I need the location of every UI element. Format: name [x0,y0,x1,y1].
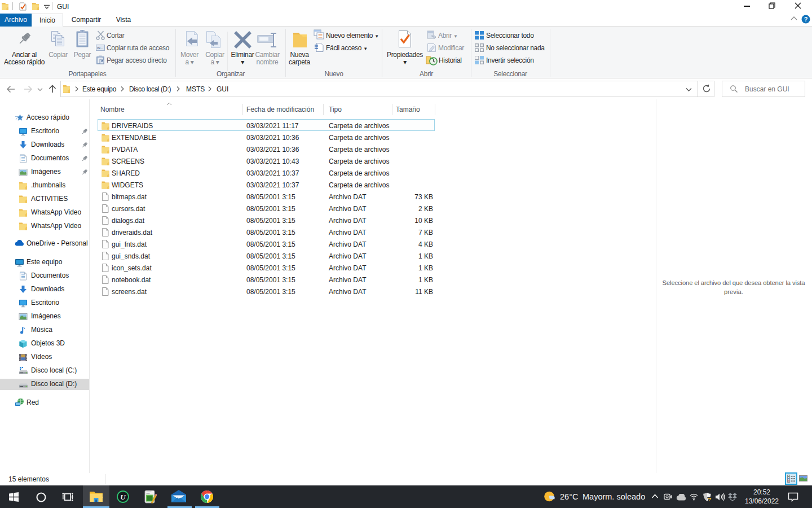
svg-text:U: U [120,493,126,501]
svg-text:?: ? [804,16,808,23]
svg-text:w...: w... [96,45,103,50]
